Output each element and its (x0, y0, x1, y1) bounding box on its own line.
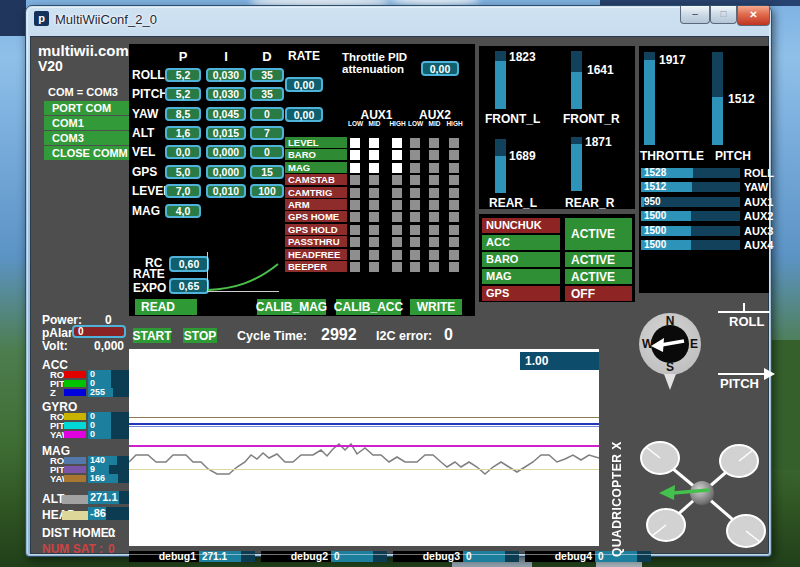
debug-value: 0 (463, 551, 505, 562)
client-area: multiwii.com V20 COM = COM3 PORT COM-COM… (30, 36, 769, 554)
telemetry-value: 271.1 (90, 491, 118, 504)
roll-indicator-tick (743, 303, 745, 311)
telemetry-value: 0 (90, 430, 95, 439)
debug-value: 271.1 (199, 551, 241, 562)
maximize-button[interactable]: □ (710, 6, 737, 24)
rc-hbar-value: 950 (644, 197, 661, 207)
rc-hbar-value: 1500 (644, 240, 666, 250)
app-window: p MultiWiiConf_2_0 – □ ✕ multiwii.com V2… (25, 5, 772, 557)
compass-pointer-icon (664, 374, 676, 390)
app-icon: p (34, 11, 49, 26)
pitch-indicator-line (718, 373, 765, 375)
debug-dark-box (373, 551, 387, 562)
debug-label: debug2 (261, 551, 331, 562)
debug-dark-box (241, 551, 255, 562)
window-title: MultiWiiConf_2_0 (55, 12, 157, 27)
quadricopter-icon (617, 406, 772, 551)
rc-hbar-value: 1528 (644, 168, 666, 178)
close-button[interactable]: ✕ (737, 6, 770, 26)
rc-hbar-value: 1500 (644, 226, 666, 236)
rc-hbar-value: 1500 (644, 211, 666, 221)
compass-needle (639, 313, 701, 375)
pitch-arrow-icon (764, 368, 775, 380)
compass: N S W E (639, 313, 701, 375)
debug-dark-box (637, 551, 651, 562)
pitch-indicator-label: PITCH (720, 376, 759, 391)
roll-indicator-label: ROLL (729, 314, 764, 329)
debug-label: debug4 (525, 551, 595, 562)
titlebar[interactable]: p MultiWiiConf_2_0 – □ ✕ (26, 6, 771, 32)
debug-label: debug3 (393, 551, 463, 562)
roll-indicator-line (718, 311, 770, 313)
debug-value: 0 (331, 551, 373, 562)
desktop: { "window": { "title": "MultiWiiConf_2_0… (0, 0, 800, 567)
debug-dark-box (505, 551, 519, 562)
desktop-patch (0, 0, 26, 36)
telemetry-value: -86 (90, 507, 106, 520)
rc-hbar-value: 1512 (644, 182, 666, 192)
telemetry-value: 166 (90, 474, 105, 483)
minimize-button[interactable]: – (680, 6, 710, 24)
telemetry-value: 255 (90, 388, 105, 397)
desktop-patch (772, 340, 800, 470)
debug-label: debug1 (129, 551, 199, 562)
